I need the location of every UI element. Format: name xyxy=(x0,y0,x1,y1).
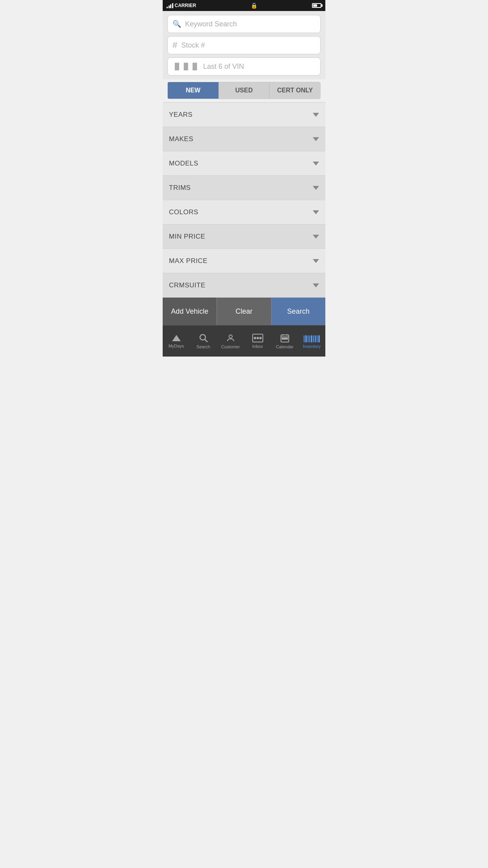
segment-new[interactable]: NEW xyxy=(168,82,219,99)
filters-area: YEARS MAKES MODELS TRIMS COLORS MIN PRIC… xyxy=(163,102,325,298)
inbox-icon xyxy=(252,334,263,342)
svg-point-1 xyxy=(200,335,205,340)
min-price-filter-label: MIN PRICE xyxy=(169,233,205,241)
carrier-label: CARRIER xyxy=(175,3,196,8)
trims-filter-row[interactable]: TRIMS xyxy=(163,176,325,200)
barcode-search-icon: ▐▌▐▌▐▌ xyxy=(172,63,199,70)
hash-icon: # xyxy=(172,40,177,50)
stock-input[interactable] xyxy=(181,41,316,50)
svg-marker-0 xyxy=(172,335,181,341)
tab-mydays[interactable]: MyDays xyxy=(163,326,190,357)
lock-icon: 🔒 xyxy=(251,2,257,9)
keyword-search-row: 🔍 xyxy=(167,15,321,33)
models-filter-label: MODELS xyxy=(169,160,198,167)
makes-filter-row[interactable]: MAKES xyxy=(163,127,325,151)
svg-point-3 xyxy=(229,335,232,338)
tab-customer[interactable]: Customer xyxy=(217,326,244,357)
max-price-filter-row[interactable]: MAX PRICE xyxy=(163,249,325,273)
svg-rect-13 xyxy=(284,338,286,339)
tab-search-label: Search xyxy=(196,344,210,349)
tab-inbox-label: Inbox xyxy=(252,344,263,349)
stock-search-row: # xyxy=(167,36,321,54)
trims-filter-label: TRIMS xyxy=(169,184,191,192)
crmsuite-filter-row[interactable]: CRMSUITE xyxy=(163,273,325,298)
trims-chevron-icon xyxy=(313,186,319,190)
svg-point-7 xyxy=(260,337,261,339)
calendar-icon xyxy=(280,333,290,343)
svg-point-6 xyxy=(257,337,259,339)
customer-icon xyxy=(226,333,235,343)
segment-cert-only[interactable]: CERT ONLY xyxy=(270,82,320,99)
vin-input[interactable] xyxy=(203,63,316,71)
inventory-icon xyxy=(304,334,320,342)
years-chevron-icon xyxy=(313,113,319,117)
search-area: 🔍 # ▐▌▐▌▐▌ xyxy=(163,11,325,79)
vin-search-row: ▐▌▐▌▐▌ xyxy=(167,57,321,75)
min-price-chevron-icon xyxy=(313,235,319,239)
tab-inbox[interactable]: Inbox xyxy=(244,326,271,357)
makes-chevron-icon xyxy=(313,137,319,141)
tab-search[interactable]: Search xyxy=(190,326,217,357)
models-chevron-icon xyxy=(313,162,319,166)
search-tab-icon xyxy=(199,333,208,343)
years-filter-row[interactable]: YEARS xyxy=(163,103,325,127)
status-bar: CARRIER 🔒 xyxy=(163,0,325,11)
makes-filter-label: MAKES xyxy=(169,135,193,143)
svg-line-2 xyxy=(205,339,207,342)
min-price-filter-row[interactable]: MIN PRICE xyxy=(163,224,325,249)
crmsuite-filter-label: CRMSUITE xyxy=(169,281,205,289)
colors-filter-row[interactable]: COLORS xyxy=(163,200,325,224)
tab-calendar-label: Calendar xyxy=(276,344,294,349)
years-filter-label: YEARS xyxy=(169,111,193,119)
models-filter-row[interactable]: MODELS xyxy=(163,151,325,176)
svg-point-5 xyxy=(254,337,256,339)
crmsuite-chevron-icon xyxy=(313,283,319,287)
colors-filter-label: COLORS xyxy=(169,208,198,216)
action-bar: Add Vehicle Clear Search xyxy=(163,298,325,325)
status-left: CARRIER xyxy=(167,3,196,8)
tab-bar: MyDays Search Customer Inbox xyxy=(163,325,325,357)
battery-icon xyxy=(312,3,321,8)
segment-used[interactable]: USED xyxy=(219,82,270,99)
tab-inventory-label: Inventory xyxy=(303,344,321,349)
tab-customer-label: Customer xyxy=(221,344,240,349)
mydays-icon xyxy=(171,334,182,342)
add-vehicle-button[interactable]: Add Vehicle xyxy=(163,298,217,325)
svg-rect-14 xyxy=(286,338,288,339)
signal-bars-icon xyxy=(167,3,173,8)
svg-rect-12 xyxy=(282,338,284,339)
search-button[interactable]: Search xyxy=(272,298,325,325)
tab-calendar[interactable]: Calendar xyxy=(271,326,298,357)
keyword-search-input[interactable] xyxy=(185,20,316,28)
tab-mydays-label: MyDays xyxy=(169,344,184,348)
search-icon: 🔍 xyxy=(172,20,181,28)
tab-inventory[interactable]: Inventory xyxy=(298,326,325,357)
condition-segment-control: NEW USED CERT ONLY xyxy=(167,82,321,99)
max-price-filter-label: MAX PRICE xyxy=(169,257,207,265)
colors-chevron-icon xyxy=(313,210,319,214)
clear-button[interactable]: Clear xyxy=(217,298,271,325)
max-price-chevron-icon xyxy=(313,259,319,263)
